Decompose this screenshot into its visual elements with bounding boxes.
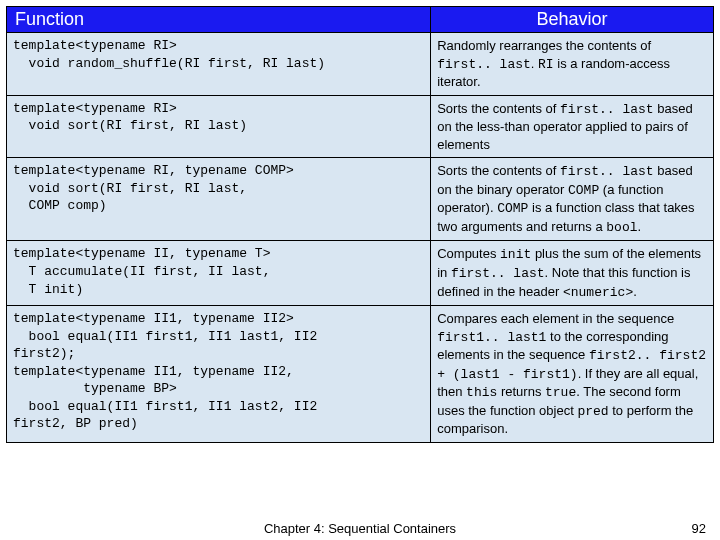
function-behavior-table: Function Behavior template<typename RI> … — [6, 6, 714, 443]
function-cell: template<typename RI> void random_shuffl… — [7, 33, 431, 96]
table-row: template<typename RI, typename COMP> voi… — [7, 158, 714, 241]
behavior-cell: Sorts the contents of first.. last based… — [431, 95, 714, 158]
table-row: template<typename RI> void sort(RI first… — [7, 95, 714, 158]
table-header-row: Function Behavior — [7, 7, 714, 33]
footer-page-number: 92 — [692, 521, 706, 536]
function-table-container: Function Behavior template<typename RI> … — [0, 0, 720, 449]
table-row: template<typename II, typename T> T accu… — [7, 241, 714, 306]
behavior-cell: Randomly rearranges the contents of firs… — [431, 33, 714, 96]
behavior-cell: Sorts the contents of first.. last based… — [431, 158, 714, 241]
function-cell: template<typename RI, typename COMP> voi… — [7, 158, 431, 241]
function-cell: template<typename II, typename T> T accu… — [7, 241, 431, 306]
header-function: Function — [7, 7, 431, 33]
table-row: template<typename RI> void random_shuffl… — [7, 33, 714, 96]
behavior-cell: Compares each element in the sequence fi… — [431, 306, 714, 443]
footer-chapter-title: Chapter 4: Sequential Containers — [264, 521, 456, 536]
header-behavior: Behavior — [431, 7, 714, 33]
table-row: template<typename II1, typename II2> boo… — [7, 306, 714, 443]
behavior-cell: Computes init plus the sum of the elemen… — [431, 241, 714, 306]
function-cell: template<typename II1, typename II2> boo… — [7, 306, 431, 443]
function-cell: template<typename RI> void sort(RI first… — [7, 95, 431, 158]
